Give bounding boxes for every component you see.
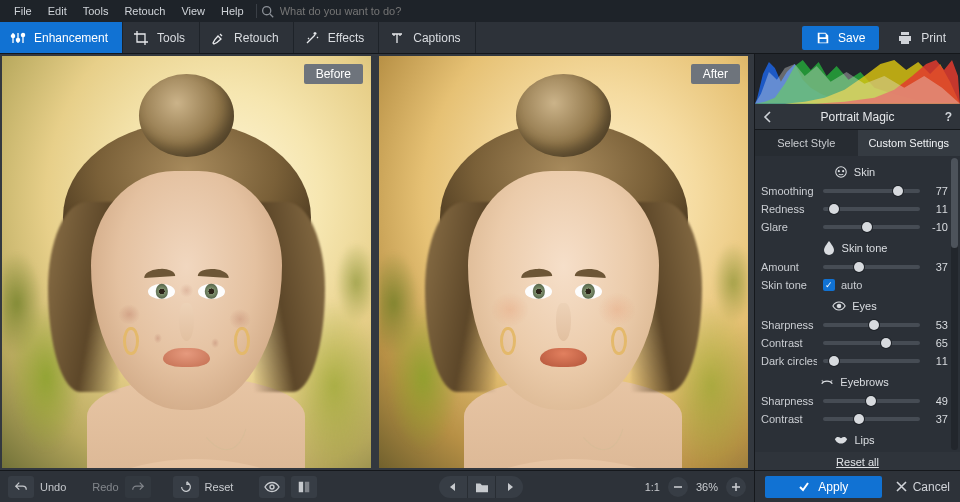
slider-b-contrast[interactable]: Contrast37 — [761, 410, 948, 428]
close-icon — [896, 481, 907, 492]
undo-label: Undo — [40, 481, 66, 493]
prev-image-button[interactable] — [439, 476, 467, 498]
slider-label: Sharpness — [761, 319, 817, 331]
apply-bar: Apply Cancel — [754, 470, 960, 502]
search-input[interactable] — [280, 5, 440, 17]
slider-e-sharp[interactable]: Sharpness53 — [761, 316, 948, 334]
slider-track[interactable] — [823, 202, 920, 216]
search-icon — [261, 5, 274, 18]
slider-label: Contrast — [761, 337, 817, 349]
slider-track[interactable] — [823, 336, 920, 350]
next-image-button[interactable] — [495, 476, 523, 498]
svg-point-13 — [836, 167, 847, 178]
after-viewport[interactable]: After — [379, 56, 748, 468]
drop-icon — [822, 241, 836, 255]
panel-header: Portrait Magic ? — [755, 104, 960, 130]
zoom-out-button[interactable] — [668, 477, 688, 497]
menu-retouch[interactable]: Retouch — [116, 2, 173, 20]
slider-label: Smoothing — [761, 185, 817, 197]
slider-track[interactable] — [823, 184, 920, 198]
slider-track[interactable] — [823, 394, 920, 408]
slider-track[interactable] — [823, 318, 920, 332]
slider-track[interactable] — [823, 354, 920, 368]
cancel-label: Cancel — [913, 480, 950, 494]
print-button[interactable]: Print — [897, 30, 946, 46]
redo-icon-button[interactable] — [125, 476, 151, 498]
undo-icon-button[interactable] — [8, 476, 34, 498]
menu-tools[interactable]: Tools — [75, 2, 117, 20]
tab-enhancement[interactable]: Enhancement — [0, 22, 123, 53]
back-button[interactable] — [763, 104, 773, 129]
before-badge: Before — [304, 64, 363, 84]
reset-all-link[interactable]: Reset all — [755, 452, 960, 470]
svg-rect-18 — [299, 481, 303, 492]
tab-effects[interactable]: Effects — [294, 22, 379, 53]
before-viewport[interactable]: Before — [2, 56, 371, 468]
menu-view[interactable]: View — [173, 2, 213, 20]
apply-button[interactable]: Apply — [765, 476, 882, 498]
brow-icon — [820, 375, 834, 389]
wand-icon — [304, 30, 320, 46]
slider-amount[interactable]: Amount37 — [761, 258, 948, 276]
show-original-button[interactable] — [259, 476, 285, 498]
save-label: Save — [838, 31, 865, 45]
lips-icon — [834, 433, 848, 447]
save-button[interactable]: Save — [802, 26, 879, 50]
tab-label: Effects — [328, 31, 364, 45]
help-button[interactable]: ? — [945, 104, 952, 129]
slider-redness[interactable]: Redness11 — [761, 200, 948, 218]
slider-e-dark[interactable]: Dark circles11 — [761, 352, 948, 370]
svg-line-1 — [270, 13, 273, 16]
slider-track[interactable] — [823, 220, 920, 234]
slider-value: 65 — [926, 337, 948, 349]
group-header-skin-tone: Skin tone — [761, 236, 948, 258]
tab-custom-settings[interactable]: Custom Settings — [858, 130, 961, 156]
redo-label: Redo — [92, 481, 118, 493]
settings-scroll: SkinSmoothing77Redness11Glare-10Skin ton… — [755, 156, 960, 452]
slider-label: Redness — [761, 203, 817, 215]
browse-folder-button[interactable] — [467, 476, 495, 498]
slider-value: 77 — [926, 185, 948, 197]
tab-tools[interactable]: Tools — [123, 22, 200, 53]
group-header-skin: Skin — [761, 160, 948, 182]
menu-edit[interactable]: Edit — [40, 2, 75, 20]
cancel-button[interactable]: Cancel — [896, 480, 950, 494]
slider-track[interactable] — [823, 412, 920, 426]
reset-icon-button[interactable] — [173, 476, 199, 498]
zoom-in-button[interactable] — [726, 477, 746, 497]
reset-label: Reset — [205, 481, 234, 493]
menu-help[interactable]: Help — [213, 2, 252, 20]
toolbar: Enhancement Tools Retouch Effects Captio… — [0, 22, 960, 54]
slider-glare[interactable]: Glare-10 — [761, 218, 948, 236]
histogram[interactable] — [755, 54, 960, 104]
footer-bar: Undo Redo Reset 1:1 36% — [0, 470, 754, 502]
menu-file[interactable]: File — [6, 2, 40, 20]
slider-b-sharp[interactable]: Sharpness49 — [761, 392, 948, 410]
zoom-fit-label[interactable]: 1:1 — [645, 481, 660, 493]
slider-e-contrast[interactable]: Contrast65 — [761, 334, 948, 352]
slider-value: 11 — [926, 355, 948, 367]
tab-select-style[interactable]: Select Style — [755, 130, 858, 156]
slider-smoothing[interactable]: Smoothing77 — [761, 182, 948, 200]
zoom-controls: 1:1 36% — [645, 477, 746, 497]
slider-label: Glare — [761, 221, 817, 233]
compare-toggle-button[interactable] — [291, 476, 317, 498]
slider-value: 11 — [926, 203, 948, 215]
after-badge: After — [691, 64, 740, 84]
checkbox[interactable]: ✓ — [823, 279, 835, 291]
auto-skin-tone[interactable]: Skin tone✓auto — [761, 276, 948, 294]
svg-point-14 — [838, 171, 839, 172]
group-header-eyebrows: Eyebrows — [761, 370, 948, 392]
menu-bar: File Edit Tools Retouch View Help — [0, 0, 960, 22]
tab-captions[interactable]: Captions — [379, 22, 475, 53]
scrollbar-thumb[interactable] — [951, 158, 958, 248]
nav-pill — [439, 476, 523, 498]
tab-retouch[interactable]: Retouch — [200, 22, 294, 53]
print-label: Print — [921, 31, 946, 45]
eye-icon — [832, 299, 846, 313]
sliders-icon — [10, 30, 26, 46]
slider-track[interactable] — [823, 260, 920, 274]
slider-value: 49 — [926, 395, 948, 407]
text-icon — [389, 30, 405, 46]
tab-label: Tools — [157, 31, 185, 45]
